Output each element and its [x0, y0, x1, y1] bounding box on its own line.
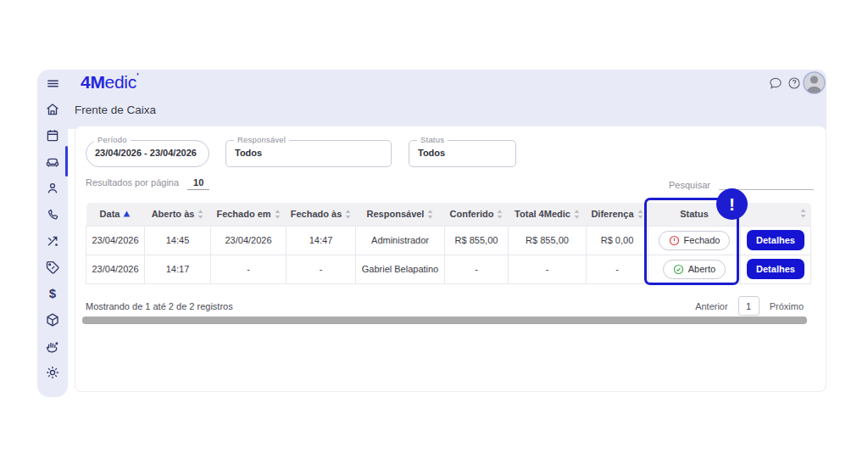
- sort-icon: [275, 210, 281, 219]
- col-aberto-as[interactable]: Aberto às: [145, 203, 211, 226]
- cell-actions: Detalhes: [741, 255, 811, 283]
- search-control: Pesquisar: [669, 177, 814, 190]
- results-per-page-value[interactable]: 10: [187, 177, 209, 190]
- responsavel-field[interactable]: Responsável Todos: [225, 140, 392, 167]
- cell-conferido: R$ 855,00: [445, 226, 509, 255]
- app-logo: 4Medic’: [81, 72, 138, 92]
- couch-icon[interactable]: [45, 154, 60, 170]
- hand-coins-icon[interactable]: [45, 339, 60, 354]
- sort-icon: [800, 209, 806, 218]
- responsavel-label: Responsável: [234, 135, 289, 144]
- search-label: Pesquisar: [669, 180, 710, 190]
- box-icon[interactable]: [45, 312, 60, 328]
- col-diferenca[interactable]: Diferença: [587, 203, 648, 226]
- records-summary: Mostrando de 1 até 2 de 2 registros: [86, 301, 233, 311]
- sort-icon: [637, 210, 643, 219]
- menu-icon[interactable]: [45, 76, 60, 91]
- sort-icon: [345, 210, 351, 219]
- person-icon[interactable]: [45, 181, 60, 196]
- table-wrap: Data Aberto às Fechado em Fechado às Res…: [86, 203, 810, 284]
- sort-icon: [198, 210, 203, 219]
- results-per-page-label: Resultados por página: [86, 177, 179, 188]
- results-per-page: Resultados por página10: [86, 177, 209, 190]
- sort-icon: [497, 210, 503, 219]
- shuffle-icon[interactable]: [45, 233, 60, 249]
- home-icon[interactable]: [45, 102, 60, 117]
- cell-actions: Detalhes: [741, 226, 811, 255]
- col-total-4medic[interactable]: Total 4Medic: [509, 203, 587, 226]
- help-icon[interactable]: [787, 76, 801, 93]
- col-status[interactable]: Status: [648, 203, 741, 226]
- sidebar: $: [37, 70, 68, 397]
- next-page-button[interactable]: Próximo: [770, 301, 804, 311]
- top-banner: [51, 70, 826, 129]
- cell-aberto-as: 14:17: [145, 255, 211, 283]
- horizontal-scrollbar[interactable]: [82, 317, 807, 324]
- cell-aberto-as: 14:45: [145, 226, 211, 255]
- previous-page-button[interactable]: Anterior: [695, 301, 728, 311]
- check-circle-icon: [673, 264, 684, 275]
- col-data[interactable]: Data: [86, 203, 145, 226]
- cell-total-4medic: -: [509, 255, 587, 283]
- cell-responsavel: Administrador: [356, 226, 445, 255]
- dollar-icon[interactable]: $: [45, 286, 60, 301]
- gear-icon[interactable]: [45, 365, 60, 380]
- col-fechado-em[interactable]: Fechado em: [211, 203, 287, 226]
- periodo-label: Período: [94, 135, 131, 144]
- user-avatar[interactable]: [803, 71, 826, 94]
- sidebar-active-indicator: [65, 146, 68, 176]
- col-conferido[interactable]: Conferido: [445, 203, 509, 226]
- cell-total-4medic: R$ 855,00: [509, 226, 587, 255]
- status-badge-open: Aberto: [663, 260, 726, 279]
- tag-icon[interactable]: [45, 260, 60, 275]
- sort-icon: [427, 210, 433, 219]
- cell-status: Fechado: [648, 226, 741, 255]
- app-window: $ 4Medic’ Frente de Caixa Período: [0, 0, 868, 465]
- sort-asc-icon: [123, 210, 131, 217]
- cell-responsavel: Gabriel Belapatino: [356, 255, 445, 283]
- cell-fechado-em: -: [211, 255, 287, 283]
- cash-register-table: Data Aberto às Fechado em Fechado às Res…: [86, 203, 811, 284]
- col-responsavel[interactable]: Responsável: [356, 203, 445, 226]
- phone-icon[interactable]: [45, 207, 60, 222]
- periodo-field[interactable]: Período 23/04/2026 - 23/04/2026: [86, 140, 209, 167]
- page-title: Frente de Caixa: [75, 104, 156, 116]
- status-filter-field[interactable]: Status Todos: [409, 140, 516, 167]
- table-row: 23/04/2026 14:17 - - Gabriel Belapatino …: [86, 255, 811, 283]
- cell-status: Aberto: [648, 255, 741, 283]
- cell-fechado-as: -: [287, 255, 356, 283]
- page-number-button[interactable]: 1: [738, 296, 760, 316]
- error-circle-icon: [669, 235, 680, 246]
- status-filter-label: Status: [417, 135, 448, 144]
- sort-icon: [574, 210, 580, 219]
- cell-conferido: -: [445, 255, 509, 283]
- calendar-icon[interactable]: [45, 128, 60, 143]
- cell-diferenca: R$ 0,00: [587, 226, 648, 255]
- cell-data: 23/04/2026: [86, 255, 145, 283]
- cell-fechado-em: 23/04/2026: [211, 226, 287, 255]
- detalhes-button[interactable]: Detalhes: [747, 230, 804, 250]
- table-header-row: Data Aberto às Fechado em Fechado às Res…: [86, 203, 811, 226]
- detalhes-button[interactable]: Detalhes: [747, 259, 804, 279]
- col-fechado-as[interactable]: Fechado às: [287, 203, 356, 226]
- chat-icon[interactable]: [768, 76, 783, 94]
- cell-diferenca: -: [587, 255, 648, 283]
- content-card: Período 23/04/2026 - 23/04/2026 Responsá…: [75, 126, 826, 392]
- pager: Anterior 1 Próximo: [695, 296, 804, 316]
- status-badge-closed: Fechado: [659, 231, 731, 250]
- cell-data: 23/04/2026: [86, 226, 145, 255]
- search-input[interactable]: [719, 177, 814, 190]
- table-row: 23/04/2026 14:45 23/04/2026 14:47 Admini…: [86, 226, 811, 255]
- col-actions[interactable]: [741, 203, 811, 226]
- cell-fechado-as: 14:47: [287, 226, 356, 255]
